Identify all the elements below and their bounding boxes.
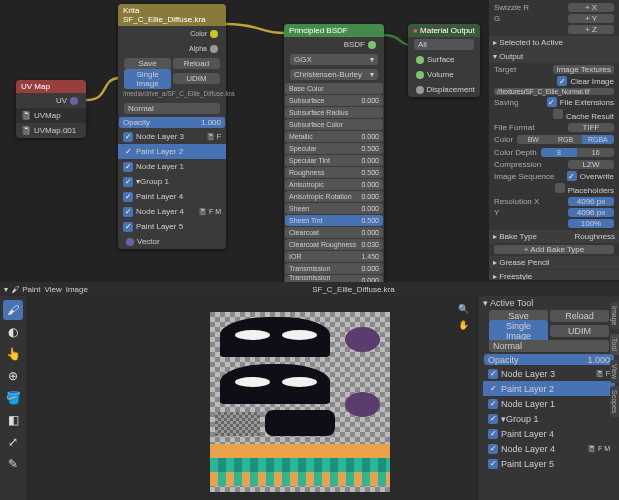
- fill-tool[interactable]: 🪣: [3, 388, 23, 408]
- bsdf-anisotropic[interactable]: Anisotropic0.000: [285, 179, 383, 190]
- layer-row[interactable]: ✓Node Layer 3📓 F: [118, 129, 226, 144]
- brush-tool[interactable]: 🖌: [3, 300, 23, 320]
- uvmap-item[interactable]: 📓 UVMap.001: [16, 123, 86, 138]
- layer-row[interactable]: ✓Paint Layer 4: [118, 189, 226, 204]
- node-editor[interactable]: UV Map UV 📓 UVMap 📓 UVMap.001 Krita SF_C…: [0, 0, 619, 280]
- layer-row[interactable]: ✓Paint Layer 5: [483, 456, 615, 471]
- blend-mode[interactable]: Normal: [124, 103, 220, 114]
- color-mode[interactable]: BWRGBRGBA: [517, 135, 614, 144]
- layer-row[interactable]: ✓Node Layer 1: [483, 396, 615, 411]
- layer-row[interactable]: ✓Node Layer 1: [118, 159, 226, 174]
- bsdf-sheen[interactable]: Sheen0.000: [285, 203, 383, 214]
- target-label: Target: [494, 65, 516, 74]
- layer-row[interactable]: ✓Paint Layer 4: [483, 426, 615, 441]
- save-button[interactable]: Save: [124, 58, 171, 69]
- active-tool-panel[interactable]: Active Tool SaveReload Single ImageUDIM …: [479, 296, 619, 500]
- grease-panel[interactable]: ▸ Grease Pencil: [489, 256, 619, 269]
- filter-icon[interactable]: ▾: [4, 285, 8, 294]
- bsdf-subsurface-color[interactable]: Subsurface Color: [285, 119, 383, 130]
- layer-row[interactable]: ✓▾ Group 1: [483, 411, 615, 426]
- bsdf-clearcoat[interactable]: Clearcoat0.000: [285, 227, 383, 238]
- placeholders-check[interactable]: Placeholders: [555, 183, 614, 195]
- annotate-tool[interactable]: ✎: [3, 454, 23, 474]
- zoom-icon[interactable]: 🔍: [458, 304, 469, 314]
- image-editor[interactable]: ▾ 🖌 Paint View Image SF_C_Ellie_Diffuse.…: [0, 282, 619, 500]
- add-bake-button[interactable]: + Add Bake Type: [494, 245, 614, 254]
- layer-label: Node Layer 4: [501, 444, 555, 454]
- bsdf-sheen-tint[interactable]: Sheen Tint0.500: [285, 215, 383, 226]
- bsdf-metallic[interactable]: Metallic0.000: [285, 131, 383, 142]
- single-image-button[interactable]: Single Image: [489, 320, 548, 342]
- bsdf-anisotropic-rotation[interactable]: Anisotropic Rotation0.000: [285, 191, 383, 202]
- sel-to-active-panel[interactable]: ▸ Selected to Active: [489, 36, 619, 49]
- swizzle-y[interactable]: + Y: [568, 14, 614, 23]
- gradient-tool[interactable]: ◧: [3, 410, 23, 430]
- output-path[interactable]: //textures/SF_C_Ellie_Normal.tif: [494, 88, 614, 95]
- properties-sidebar[interactable]: Swizzle R+ X G+ Y + Z ▸ Selected to Acti…: [489, 0, 619, 280]
- mode-select[interactable]: 🖌 Paint: [12, 285, 40, 294]
- reload-button[interactable]: Reload: [173, 58, 220, 69]
- bsdf-roughness[interactable]: Roughness0.500: [285, 167, 383, 178]
- tab-image[interactable]: Image: [610, 302, 619, 329]
- pan-icon[interactable]: ✋: [458, 320, 469, 330]
- res-pct[interactable]: 100%: [568, 219, 614, 228]
- layer-row[interactable]: ✓Paint Layer 5: [118, 219, 226, 234]
- target-field[interactable]: Image Textures: [553, 65, 614, 74]
- tab-tool[interactable]: Tool: [610, 334, 619, 355]
- file-ext-check[interactable]: ✓File Extensions: [547, 97, 614, 107]
- compression-field[interactable]: LZW: [568, 160, 614, 169]
- bsdf-distribution[interactable]: GGX▾: [290, 54, 378, 65]
- overwrite-check[interactable]: ✓Overwrite: [567, 171, 614, 181]
- color-output: Color: [118, 26, 226, 41]
- bsdf-subsurface-radius[interactable]: Subsurface Radius: [285, 107, 383, 118]
- active-tool-header[interactable]: Active Tool: [483, 298, 615, 308]
- fileformat-field[interactable]: TIFF: [568, 123, 614, 132]
- menu-view[interactable]: View: [44, 285, 61, 294]
- layer-row[interactable]: ✓▾ Group 1: [118, 174, 226, 189]
- clear-image-check[interactable]: ✓Clear Image: [557, 76, 614, 86]
- output-panel[interactable]: Output: [489, 50, 619, 63]
- bsdf-sss-method[interactable]: Christensen-Burley▾: [290, 69, 378, 80]
- smear-tool[interactable]: 👆: [3, 344, 23, 364]
- bsdf-base-color[interactable]: Base Color: [285, 83, 383, 94]
- res-x[interactable]: 4096 px: [568, 197, 614, 206]
- layer-row[interactable]: ✓Paint Layer 2: [118, 144, 226, 159]
- swizzle-z[interactable]: + Z: [568, 25, 614, 34]
- file-name[interactable]: SF_C_Ellie_Diffuse.kra: [312, 285, 395, 294]
- bsdf-transmission[interactable]: Transmission0.000: [285, 263, 383, 274]
- node-krita[interactable]: Krita SF_C_Ellie_Diffuse.kra Color Alpha…: [118, 4, 226, 249]
- uvmap-item[interactable]: 📓 UVMap: [16, 108, 86, 123]
- tab-scopes[interactable]: Scopes: [610, 386, 619, 417]
- tab-view[interactable]: View: [610, 360, 619, 383]
- layer-row[interactable]: ✓Node Layer 3📓 F: [483, 366, 615, 381]
- bsdf-ior[interactable]: IOR1.450: [285, 251, 383, 262]
- target-field[interactable]: All: [414, 39, 474, 50]
- layer-row[interactable]: ✓Node Layer 4📓 F M: [118, 204, 226, 219]
- uv-canvas[interactable]: [210, 312, 390, 492]
- blend-mode[interactable]: Normal: [489, 340, 609, 352]
- baketype-panel[interactable]: ▸ Bake Type Roughness: [489, 230, 619, 243]
- layer-row[interactable]: ✓Paint Layer 2: [483, 381, 615, 396]
- eyedropper-tool[interactable]: ⤢: [3, 432, 23, 452]
- clone-tool[interactable]: ⊕: [3, 366, 23, 386]
- node-material-output[interactable]: ● Material Output All Surface Volume Dis…: [408, 24, 480, 97]
- bsdf-clearcoat-roughness[interactable]: Clearcoat Roughness0.030: [285, 239, 383, 250]
- single-image-button[interactable]: Single Image: [124, 69, 171, 89]
- color-depth[interactable]: 816: [541, 148, 614, 157]
- menu-image[interactable]: Image: [66, 285, 88, 294]
- layer-row[interactable]: ✓Node Layer 4📓 F M: [483, 441, 615, 456]
- bsdf-specular-tint[interactable]: Specular Tint0.000: [285, 155, 383, 166]
- bsdf-subsurface[interactable]: Subsurface0.000: [285, 95, 383, 106]
- udim-button[interactable]: UDIM: [173, 73, 220, 84]
- opacity-slider[interactable]: Opacity1.000: [484, 354, 614, 365]
- blur-tool[interactable]: ◐: [3, 322, 23, 342]
- udim-button[interactable]: UDIM: [550, 325, 609, 337]
- node-uvmap[interactable]: UV Map UV 📓 UVMap 📓 UVMap.001: [16, 80, 86, 138]
- bsdf-specular[interactable]: Specular0.500: [285, 143, 383, 154]
- opacity-slider[interactable]: Opacity1.000: [119, 117, 225, 128]
- freestyle-panel[interactable]: ▸ Freestyle: [489, 270, 619, 280]
- reload-button[interactable]: Reload: [550, 310, 609, 322]
- swizzle-x[interactable]: + X: [568, 3, 614, 12]
- cache-check[interactable]: Cache Result: [553, 109, 614, 121]
- res-y[interactable]: 4096 px: [568, 208, 614, 217]
